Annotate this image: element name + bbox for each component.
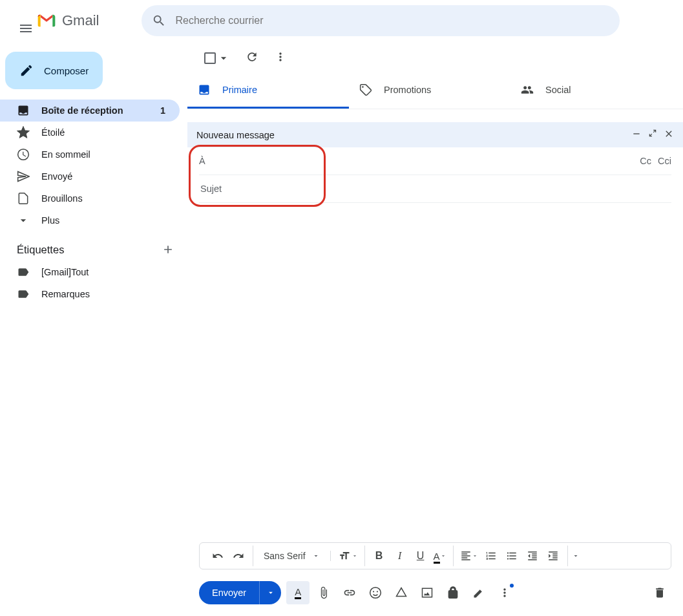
select-all-checkbox[interactable]	[204, 52, 230, 65]
link-icon[interactable]	[338, 581, 361, 604]
redo-icon[interactable]	[228, 546, 249, 566]
label-name: Remarques	[41, 289, 90, 299]
chevron-down-icon	[17, 214, 30, 227]
bcc-link[interactable]: Cci	[658, 156, 671, 166]
search-icon	[152, 14, 166, 28]
to-input[interactable]	[215, 155, 631, 167]
clock-icon	[17, 148, 30, 161]
sidebar-item-sent[interactable]: Envoyé	[0, 165, 180, 187]
italic-icon[interactable]: I	[390, 546, 410, 566]
more-icon[interactable]	[274, 50, 287, 66]
signature-icon[interactable]	[467, 581, 490, 604]
close-icon[interactable]	[664, 129, 674, 141]
numbered-list-icon[interactable]	[481, 546, 501, 566]
font-name: Sans Serif	[264, 551, 306, 561]
inbox-icon	[17, 104, 30, 117]
sidebar-item-drafts[interactable]: Brouillons	[0, 187, 180, 209]
people-icon	[521, 83, 534, 96]
app-name: Gmail	[62, 12, 99, 29]
compose-body[interactable]	[187, 203, 683, 537]
tab-primary[interactable]: Primaire	[187, 72, 349, 109]
more-format-icon[interactable]	[572, 546, 580, 566]
inbox-count: 1	[160, 105, 172, 116]
send-button[interactable]: Envoyer	[199, 581, 259, 604]
refresh-icon[interactable]	[246, 50, 258, 66]
cc-link[interactable]: Cc	[640, 156, 651, 166]
svg-point-2	[377, 591, 378, 592]
sidebar-item-label: Étoilé	[41, 127, 65, 138]
pencil-icon	[19, 63, 34, 78]
sidebar-item-snoozed[interactable]: En sommeil	[0, 143, 180, 165]
subject-input[interactable]	[199, 183, 671, 195]
svg-point-0	[362, 86, 364, 88]
to-label: À	[199, 156, 205, 166]
underline-icon[interactable]: U	[410, 546, 431, 566]
chevron-down-icon	[312, 552, 320, 560]
plus-icon[interactable]	[162, 243, 174, 256]
fullscreen-icon[interactable]	[648, 129, 657, 141]
undo-icon[interactable]	[207, 546, 228, 566]
inbox-tab-icon	[198, 83, 211, 96]
sidebar-item-more[interactable]: Plus	[0, 209, 180, 231]
label-icon	[17, 288, 30, 301]
image-icon[interactable]	[415, 581, 439, 604]
sidebar-item-label: Plus	[41, 215, 59, 226]
gmail-m-icon	[36, 10, 57, 31]
dropdown-icon[interactable]	[217, 52, 230, 65]
emoji-icon[interactable]	[364, 581, 387, 604]
search-bar[interactable]	[142, 5, 620, 36]
indent-more-icon[interactable]	[543, 546, 563, 566]
labels-header: Étiquettes	[17, 244, 64, 256]
confidential-icon[interactable]	[441, 581, 465, 604]
label-name: [Gmail]Tout	[41, 267, 89, 277]
sidebar-item-starred[interactable]: Étoilé	[0, 122, 180, 143]
tab-label: Social	[545, 85, 571, 95]
gmail-logo[interactable]: Gmail	[36, 10, 99, 31]
sidebar-item-label: En sommeil	[41, 149, 90, 160]
compose-panel: Nouveau message À Cc Cci	[187, 122, 683, 616]
compose-button[interactable]: Composer	[5, 52, 103, 89]
discard-icon[interactable]	[648, 581, 671, 604]
formatting-toggle-icon[interactable]: A	[286, 581, 310, 604]
label-gmail-tout[interactable]: [Gmail]Tout	[0, 261, 180, 283]
font-size-icon[interactable]	[335, 546, 361, 566]
label-icon	[17, 266, 30, 279]
bold-icon[interactable]: B	[369, 546, 390, 566]
search-input[interactable]	[174, 14, 609, 27]
align-icon[interactable]	[457, 546, 481, 566]
text-color-icon[interactable]: A	[431, 546, 449, 566]
compose-button-label: Composer	[44, 65, 89, 76]
send-button-label: Envoyer	[212, 588, 246, 598]
label-remarques[interactable]: Remarques	[0, 283, 180, 305]
sidebar-item-inbox[interactable]: Boîte de réception 1	[0, 100, 180, 122]
tab-promotions[interactable]: Promotions	[349, 72, 510, 109]
sidebar-item-label: Brouillons	[41, 193, 83, 204]
tab-label: Promotions	[384, 85, 431, 95]
font-selector[interactable]: Sans Serif	[257, 551, 326, 561]
bullet-list-icon[interactable]	[501, 546, 522, 566]
sidebar-item-label: Envoyé	[41, 171, 72, 182]
indent-less-icon[interactable]	[522, 546, 543, 566]
more-options-icon[interactable]	[493, 581, 516, 604]
main-menu-icon[interactable]	[10, 13, 26, 28]
tag-icon	[359, 83, 372, 96]
star-icon	[17, 126, 30, 139]
minimize-icon[interactable]	[631, 129, 642, 141]
attach-icon[interactable]	[312, 581, 335, 604]
send-options-button[interactable]	[259, 581, 281, 604]
format-toolbar: Sans Serif B I U	[199, 542, 671, 569]
svg-point-3	[452, 593, 454, 595]
compose-title: Nouveau message	[196, 130, 275, 140]
send-icon	[17, 170, 30, 183]
svg-point-1	[373, 591, 374, 592]
drive-icon[interactable]	[390, 581, 413, 604]
tab-social[interactable]: Social	[510, 72, 672, 109]
sidebar-item-label: Boîte de réception	[41, 105, 123, 116]
document-icon	[17, 192, 30, 205]
tab-label: Primaire	[222, 85, 257, 95]
